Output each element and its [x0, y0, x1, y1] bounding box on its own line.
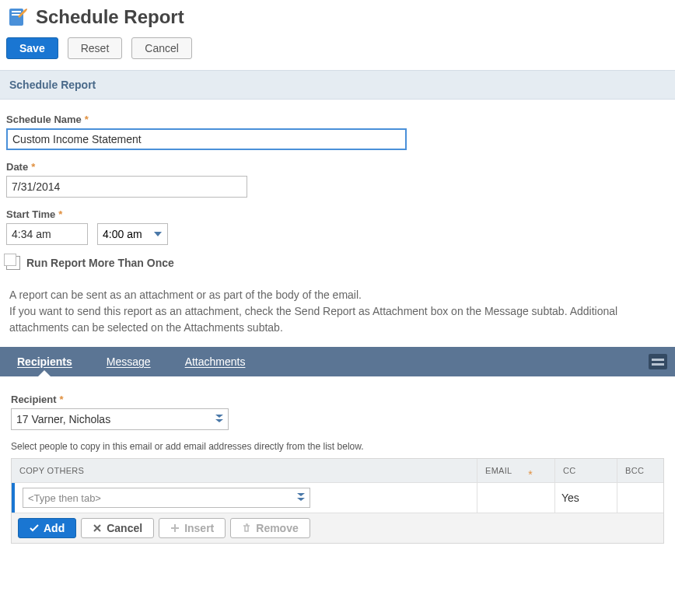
tab-bar: Recipients Message Attachments	[0, 347, 675, 376]
date-input[interactable]	[6, 176, 247, 198]
run-more-than-once-label: Run Report More Than Once	[26, 257, 174, 269]
page-title: Schedule Report	[36, 6, 184, 28]
schedule-name-input[interactable]	[6, 128, 407, 150]
tab-recipients[interactable]: Recipients	[0, 347, 89, 376]
recipient-hint: Select people to copy in this email or a…	[11, 441, 664, 452]
start-time-dropdown[interactable]	[97, 223, 168, 245]
col-header-email: EMAIL*	[477, 459, 554, 482]
cell-cc[interactable]: Yes	[554, 483, 617, 513]
grid-cancel-button[interactable]: Cancel	[81, 518, 154, 538]
report-icon	[6, 6, 28, 28]
double-chevron-icon	[297, 493, 305, 502]
double-chevron-icon	[215, 415, 223, 424]
x-icon	[93, 523, 102, 533]
start-time-input[interactable]	[6, 223, 88, 245]
trash-icon	[242, 523, 251, 533]
recipient-label: Recipient*	[11, 394, 664, 405]
col-header-copy: COPY OTHERS	[12, 459, 477, 482]
check-icon	[30, 523, 39, 533]
reset-button[interactable]: Reset	[68, 37, 123, 59]
chevron-down-icon[interactable]	[149, 232, 167, 236]
view-toggle-icon[interactable]	[649, 354, 667, 369]
help-text: A report can be sent as an attachment or…	[6, 270, 669, 347]
start-time-label: Start Time*	[6, 208, 669, 220]
cell-email[interactable]	[477, 483, 554, 513]
save-button[interactable]: Save	[6, 37, 58, 59]
tab-attachments[interactable]: Attachments	[168, 347, 263, 376]
col-header-bcc: BCC	[617, 459, 663, 482]
add-button[interactable]: Add	[18, 518, 76, 538]
date-label: Date*	[6, 161, 669, 173]
copy-others-input[interactable]: <Type then tab>	[23, 488, 310, 508]
run-more-than-once-checkbox[interactable]	[6, 256, 20, 270]
remove-button: Remove	[230, 518, 310, 538]
recipient-select[interactable]: 17 Varner, Nicholas	[11, 408, 229, 430]
schedule-name-label: Schedule Name*	[6, 114, 669, 125]
plus-icon	[170, 523, 180, 533]
copy-others-grid: COPY OTHERS EMAIL* CC BCC <Type then tab…	[11, 458, 664, 544]
table-row: <Type then tab> Yes	[12, 482, 663, 513]
col-header-cc: CC	[554, 459, 617, 482]
top-toolbar: Save Reset Cancel	[0, 37, 675, 70]
insert-button: Insert	[159, 518, 226, 538]
section-header: Schedule Report	[0, 70, 675, 100]
svg-rect-1	[12, 11, 21, 12]
cancel-button[interactable]: Cancel	[131, 37, 192, 59]
cell-bcc[interactable]	[617, 483, 663, 513]
tab-message[interactable]: Message	[89, 347, 168, 376]
